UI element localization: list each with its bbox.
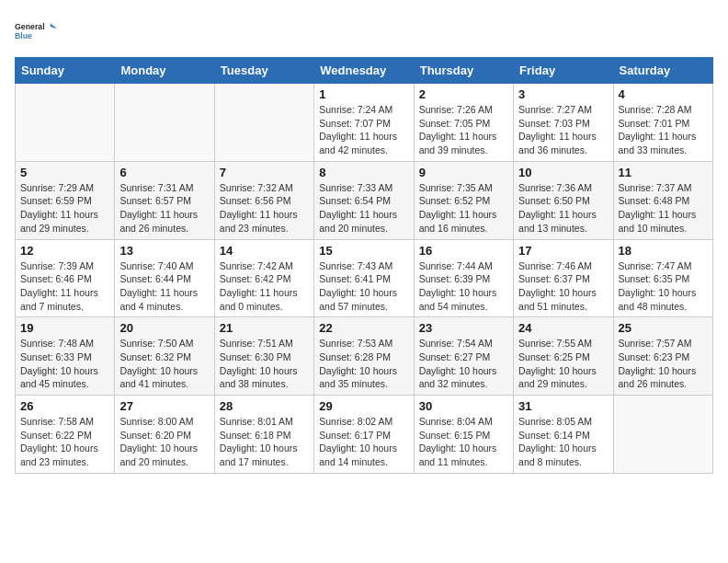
- day-cell: 14Sunrise: 7:42 AM Sunset: 6:42 PM Dayli…: [214, 239, 313, 317]
- day-info: Sunrise: 7:28 AM Sunset: 7:01 PM Dayligh…: [619, 103, 708, 157]
- day-cell: 2Sunrise: 7:26 AM Sunset: 7:05 PM Daylig…: [414, 84, 513, 162]
- day-number: 24: [518, 321, 608, 335]
- day-info: Sunrise: 7:40 AM Sunset: 6:44 PM Dayligh…: [119, 259, 209, 314]
- day-number: 4: [619, 87, 708, 101]
- day-cell: 11Sunrise: 7:37 AM Sunset: 6:48 PM Dayli…: [613, 161, 712, 239]
- day-info: Sunrise: 8:00 AM Sunset: 6:20 PM Dayligh…: [119, 415, 209, 469]
- logo: General Blue: [15, 15, 61, 48]
- day-info: Sunrise: 7:43 AM Sunset: 6:41 PM Dayligh…: [319, 259, 408, 314]
- header-cell-sunday: Sunday: [16, 58, 115, 84]
- day-cell: 19Sunrise: 7:48 AM Sunset: 6:33 PM Dayli…: [16, 317, 115, 396]
- day-number: 17: [518, 244, 608, 258]
- header: General Blue: [15, 15, 713, 48]
- day-number: 12: [20, 244, 109, 258]
- day-info: Sunrise: 7:33 AM Sunset: 6:54 PM Dayligh…: [319, 181, 408, 236]
- day-cell: 29Sunrise: 8:02 AM Sunset: 6:17 PM Dayli…: [314, 396, 414, 474]
- day-cell: 31Sunrise: 8:05 AM Sunset: 6:14 PM Dayli…: [514, 396, 613, 474]
- header-cell-monday: Monday: [115, 58, 214, 84]
- day-info: Sunrise: 7:53 AM Sunset: 6:28 PM Dayligh…: [319, 337, 408, 391]
- week-row-1: 1Sunrise: 7:24 AM Sunset: 7:07 PM Daylig…: [16, 84, 713, 162]
- day-cell: 1Sunrise: 7:24 AM Sunset: 7:07 PM Daylig…: [314, 84, 414, 162]
- day-cell: 30Sunrise: 8:04 AM Sunset: 6:15 PM Dayli…: [414, 396, 513, 474]
- day-cell: 4Sunrise: 7:28 AM Sunset: 7:01 PM Daylig…: [613, 84, 712, 162]
- svg-text:General: General: [15, 22, 45, 31]
- day-info: Sunrise: 7:50 AM Sunset: 6:32 PM Dayligh…: [119, 337, 209, 391]
- day-cell: 13Sunrise: 7:40 AM Sunset: 6:44 PM Dayli…: [115, 239, 214, 317]
- day-cell: [115, 84, 214, 162]
- day-number: 16: [419, 244, 508, 258]
- day-number: 3: [518, 87, 608, 101]
- day-number: 9: [419, 166, 508, 179]
- day-info: Sunrise: 7:44 AM Sunset: 6:39 PM Dayligh…: [419, 259, 508, 314]
- day-number: 13: [119, 244, 209, 258]
- day-number: 2: [419, 87, 508, 101]
- day-cell: 6Sunrise: 7:31 AM Sunset: 6:57 PM Daylig…: [115, 161, 214, 239]
- day-cell: 5Sunrise: 7:29 AM Sunset: 6:59 PM Daylig…: [16, 161, 115, 239]
- day-number: 11: [619, 166, 708, 179]
- logo-svg: General Blue: [15, 15, 61, 48]
- day-info: Sunrise: 7:51 AM Sunset: 6:30 PM Dayligh…: [220, 337, 309, 391]
- day-number: 25: [619, 321, 708, 335]
- day-number: 30: [419, 399, 508, 413]
- day-cell: 20Sunrise: 7:50 AM Sunset: 6:32 PM Dayli…: [115, 317, 214, 396]
- week-row-5: 26Sunrise: 7:58 AM Sunset: 6:22 PM Dayli…: [16, 396, 713, 474]
- day-number: 5: [20, 166, 109, 179]
- day-info: Sunrise: 7:36 AM Sunset: 6:50 PM Dayligh…: [518, 181, 608, 236]
- day-info: Sunrise: 7:48 AM Sunset: 6:33 PM Dayligh…: [20, 337, 109, 391]
- day-cell: 17Sunrise: 7:46 AM Sunset: 6:37 PM Dayli…: [514, 239, 613, 317]
- day-cell: 21Sunrise: 7:51 AM Sunset: 6:30 PM Dayli…: [214, 317, 313, 396]
- day-number: 31: [518, 399, 608, 413]
- day-number: 27: [119, 399, 209, 413]
- day-number: 21: [220, 321, 309, 335]
- day-cell: [16, 84, 115, 162]
- day-cell: 16Sunrise: 7:44 AM Sunset: 6:39 PM Dayli…: [414, 239, 513, 317]
- day-info: Sunrise: 7:32 AM Sunset: 6:56 PM Dayligh…: [220, 181, 309, 236]
- day-info: Sunrise: 8:01 AM Sunset: 6:18 PM Dayligh…: [220, 415, 309, 469]
- day-number: 8: [319, 166, 408, 179]
- day-number: 20: [119, 321, 209, 335]
- day-cell: 24Sunrise: 7:55 AM Sunset: 6:25 PM Dayli…: [514, 317, 613, 396]
- day-number: 29: [319, 399, 408, 413]
- day-info: Sunrise: 8:02 AM Sunset: 6:17 PM Dayligh…: [319, 415, 408, 469]
- day-info: Sunrise: 8:05 AM Sunset: 6:14 PM Dayligh…: [518, 415, 608, 469]
- day-cell: 7Sunrise: 7:32 AM Sunset: 6:56 PM Daylig…: [214, 161, 313, 239]
- day-info: Sunrise: 7:35 AM Sunset: 6:52 PM Dayligh…: [419, 181, 508, 236]
- day-cell: 27Sunrise: 8:00 AM Sunset: 6:20 PM Dayli…: [115, 396, 214, 474]
- day-number: 6: [119, 166, 209, 179]
- week-row-2: 5Sunrise: 7:29 AM Sunset: 6:59 PM Daylig…: [16, 161, 713, 239]
- day-info: Sunrise: 7:31 AM Sunset: 6:57 PM Dayligh…: [119, 181, 209, 236]
- svg-marker-2: [51, 23, 58, 29]
- svg-text:Blue: Blue: [15, 31, 32, 40]
- day-info: Sunrise: 7:54 AM Sunset: 6:27 PM Dayligh…: [419, 337, 508, 391]
- day-cell: 12Sunrise: 7:39 AM Sunset: 6:46 PM Dayli…: [16, 239, 115, 317]
- day-number: 26: [20, 399, 109, 413]
- day-info: Sunrise: 7:42 AM Sunset: 6:42 PM Dayligh…: [220, 259, 309, 314]
- day-cell: 28Sunrise: 8:01 AM Sunset: 6:18 PM Dayli…: [214, 396, 313, 474]
- week-row-4: 19Sunrise: 7:48 AM Sunset: 6:33 PM Dayli…: [16, 317, 713, 396]
- day-number: 23: [419, 321, 508, 335]
- day-info: Sunrise: 7:47 AM Sunset: 6:35 PM Dayligh…: [619, 259, 708, 314]
- day-info: Sunrise: 7:57 AM Sunset: 6:23 PM Dayligh…: [619, 337, 708, 391]
- day-info: Sunrise: 7:29 AM Sunset: 6:59 PM Dayligh…: [20, 181, 109, 236]
- day-info: Sunrise: 7:37 AM Sunset: 6:48 PM Dayligh…: [619, 181, 708, 236]
- day-cell: 9Sunrise: 7:35 AM Sunset: 6:52 PM Daylig…: [414, 161, 513, 239]
- day-cell: 26Sunrise: 7:58 AM Sunset: 6:22 PM Dayli…: [16, 396, 115, 474]
- day-info: Sunrise: 7:46 AM Sunset: 6:37 PM Dayligh…: [518, 259, 608, 314]
- day-cell: 25Sunrise: 7:57 AM Sunset: 6:23 PM Dayli…: [613, 317, 712, 396]
- header-cell-wednesday: Wednesday: [314, 58, 414, 84]
- day-number: 22: [319, 321, 408, 335]
- day-info: Sunrise: 7:39 AM Sunset: 6:46 PM Dayligh…: [20, 259, 109, 314]
- day-number: 19: [20, 321, 109, 335]
- header-cell-friday: Friday: [514, 58, 613, 84]
- day-cell: [613, 396, 712, 474]
- day-number: 10: [518, 166, 608, 179]
- day-info: Sunrise: 7:55 AM Sunset: 6:25 PM Dayligh…: [518, 337, 608, 391]
- day-cell: 3Sunrise: 7:27 AM Sunset: 7:03 PM Daylig…: [514, 84, 613, 162]
- day-cell: 23Sunrise: 7:54 AM Sunset: 6:27 PM Dayli…: [414, 317, 513, 396]
- header-row: SundayMondayTuesdayWednesdayThursdayFrid…: [16, 58, 713, 84]
- day-number: 18: [619, 244, 708, 258]
- day-info: Sunrise: 7:24 AM Sunset: 7:07 PM Dayligh…: [319, 103, 408, 157]
- calendar-table: SundayMondayTuesdayWednesdayThursdayFrid…: [15, 57, 713, 474]
- day-info: Sunrise: 7:27 AM Sunset: 7:03 PM Dayligh…: [518, 103, 608, 157]
- day-cell: 18Sunrise: 7:47 AM Sunset: 6:35 PM Dayli…: [613, 239, 712, 317]
